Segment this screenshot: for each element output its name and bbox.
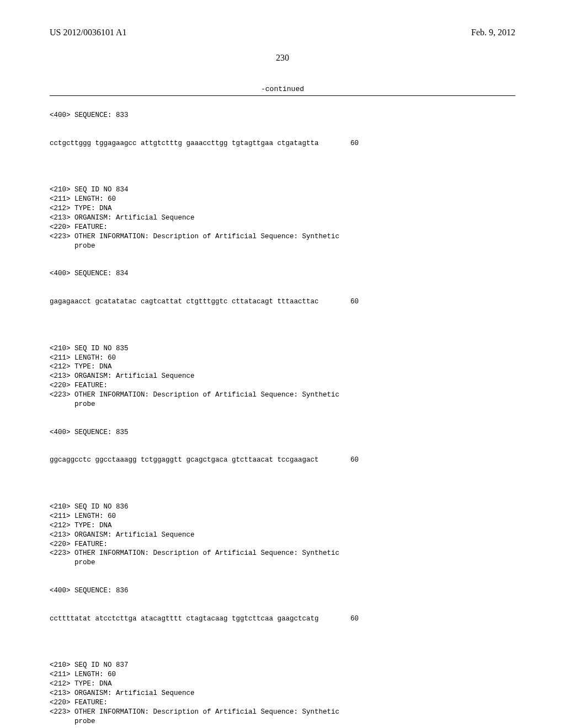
seq-pos: 60 (350, 614, 359, 624)
feature-line: <220> FEATURE: (50, 540, 108, 548)
feature-line: <220> FEATURE: (50, 699, 108, 706)
feature-line: <220> FEATURE: (50, 223, 108, 231)
seq-pos: 60 (350, 456, 359, 465)
feature-line: <212> TYPE: DNA (50, 680, 112, 688)
sequence-listing: <400> SEQUENCE: 833 cctgcttggg tggagaagc… (50, 101, 515, 728)
feature-line: probe (50, 718, 95, 725)
feature-line: <211> LENGTH: 60 (50, 354, 116, 362)
seq-header: <400> SEQUENCE: 836 (50, 587, 129, 595)
page: US 2012/0036101 A1 Feb. 9, 2012 230 -con… (0, 0, 565, 728)
publication-date: Feb. 9, 2012 (471, 28, 515, 38)
feature-line: <210> SEQ ID NO 835 (50, 345, 129, 352)
continued-label: -continued (50, 85, 515, 93)
feature-line: <211> LENGTH: 60 (50, 671, 116, 678)
seq-line: cctgcttggg tggagaagcc attgtctttg gaaacct… (50, 139, 319, 148)
seq-header: <400> SEQUENCE: 835 (50, 429, 129, 436)
seq-header: <400> SEQUENCE: 834 (50, 270, 129, 277)
feature-line: <210> SEQ ID NO 834 (50, 186, 129, 194)
seq-line: gagagaacct gcatatatac cagtcattat ctgtttg… (50, 297, 319, 307)
feature-line: <220> FEATURE: (50, 382, 108, 389)
page-header: US 2012/0036101 A1 Feb. 9, 2012 (50, 28, 515, 38)
feature-line: <213> ORGANISM: Artificial Sequence (50, 214, 195, 222)
feature-line: probe (50, 242, 95, 250)
page-number: 230 (50, 53, 515, 63)
seq-line: ccttttatat atcctcttga atacagtttt ctagtac… (50, 614, 319, 624)
seq-header: <400> SEQUENCE: 833 (50, 111, 129, 119)
feature-line: probe (50, 400, 95, 408)
feature-line: <210> SEQ ID NO 837 (50, 661, 129, 669)
feature-line: <212> TYPE: DNA (50, 363, 112, 371)
feature-line: <210> SEQ ID NO 836 (50, 503, 129, 511)
feature-line: <212> TYPE: DNA (50, 205, 112, 212)
feature-line: <213> ORGANISM: Artificial Sequence (50, 372, 195, 380)
seq-pos: 60 (350, 297, 359, 307)
seq-pos: 60 (350, 139, 359, 148)
feature-line: <213> ORGANISM: Artificial Sequence (50, 531, 195, 539)
feature-line: <212> TYPE: DNA (50, 522, 112, 529)
publication-id: US 2012/0036101 A1 (50, 28, 127, 38)
feature-line: <223> OTHER INFORMATION: Description of … (50, 391, 339, 399)
feature-line: <223> OTHER INFORMATION: Description of … (50, 549, 339, 557)
feature-line: <211> LENGTH: 60 (50, 195, 116, 203)
feature-line: <223> OTHER INFORMATION: Description of … (50, 233, 339, 240)
feature-line: <211> LENGTH: 60 (50, 512, 116, 520)
divider (50, 95, 515, 96)
feature-line: <213> ORGANISM: Artificial Sequence (50, 689, 195, 697)
feature-line: probe (50, 559, 95, 566)
seq-line: ggcaggcctc ggcctaaagg tctggaggtt gcagctg… (50, 456, 319, 465)
feature-line: <223> OTHER INFORMATION: Description of … (50, 708, 339, 716)
